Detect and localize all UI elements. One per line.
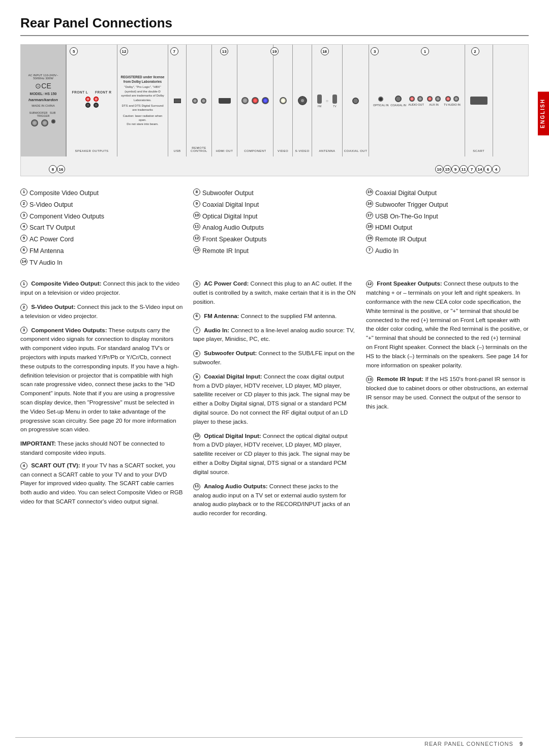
num-7: 7	[366, 246, 373, 254]
bottom-callout-row: 8 16 10 15 9 11 7 14 6 4	[21, 165, 528, 173]
component-label-9: Coaxial Digital Input	[202, 200, 259, 210]
desc-7: 7 Audio In: Connect to a line-level anal…	[193, 326, 356, 344]
component-item-2: 2 S-Video Output	[20, 200, 183, 210]
callout-15: 15	[443, 165, 451, 173]
num-4: 4	[20, 223, 27, 230]
component-label-2: S-Video Output	[29, 200, 73, 210]
desc-3: 3 Component Video Outputs: These outputs…	[20, 326, 183, 435]
desc-13: 13 Remote IR Input: If the HS 150's fron…	[366, 375, 529, 411]
hdmi-label: HDMI OUT	[216, 149, 233, 152]
component-item-6: 6 FM Antenna	[20, 246, 183, 256]
callout-16: 16	[57, 165, 65, 173]
desc-bold-10: Optical Digital Input:	[204, 433, 261, 439]
num-9: 9	[193, 200, 200, 207]
english-tab: ENGLISH	[538, 91, 549, 135]
callout-11: 11	[460, 165, 468, 173]
cert-label-group: REGISTERED under license from Dolby Labo…	[117, 45, 168, 156]
desc-5: 5 AC Power Cord: Connect this plug to an…	[193, 279, 356, 306]
model-label: MODEL: HS 150	[30, 92, 57, 96]
component-label-14: TV Audio In	[29, 258, 63, 268]
desc-num-12: 12	[366, 280, 373, 288]
hdmi-group: HDMI OUT	[212, 45, 237, 156]
desc-bold-4: SCART OUT (TV):	[31, 462, 80, 468]
component-label-10: Optical Digital Input	[202, 212, 257, 222]
jacks-row: AC INPUT 110-240V~50/60Hz 300W ⊙CE MODEL…	[21, 45, 528, 156]
callout-4: 4	[492, 165, 500, 173]
hdmi-port	[219, 98, 231, 104]
component-group: COMPONENT	[237, 45, 273, 156]
digital-audio-group: OPTICAL IN COAXIAL IN AUDIO OUT	[369, 45, 465, 156]
component-label-11: Analog Audio Outputs	[202, 223, 264, 233]
desc-num-9: 9	[193, 373, 200, 381]
desc-text-12: Connect these outputs to the matching + …	[366, 280, 529, 368]
component-label-3: Component Video Outputs	[29, 212, 104, 222]
component-label-13: Remote IR Input	[202, 246, 249, 256]
components-list: 1 Composite Video Output 8 Subwoofer Out…	[20, 185, 529, 270]
component-label-17: USB On-The-Go Input	[375, 212, 438, 222]
num-17: 17	[366, 212, 373, 219]
component-label-1: Composite Video Output	[29, 188, 99, 198]
scart-group: SCART	[465, 45, 493, 156]
desc-col-2: 5 AC Power Cord: Connect this plug to an…	[193, 279, 356, 523]
coaxial-out-group: COAXIAL OUT	[343, 45, 369, 156]
desc-text-4: If your TV has a SCART socket, you can c…	[20, 462, 182, 505]
component-label-15: Coaxial Digital Output	[375, 188, 437, 198]
desc-col-3: 12 Front Speaker Outputs: Connect these …	[366, 279, 529, 523]
coaxial-out-label: COAXIAL OUT	[344, 149, 368, 152]
desc-text-9: Connect the coax digital output from a D…	[193, 373, 350, 425]
fm-antenna-port	[317, 94, 322, 104]
left-info-panel: AC INPUT 110-240V~50/60Hz 300W ⊙CE MODEL…	[21, 45, 67, 156]
desc-text-6: Connect to the supplied FM antenna.	[241, 313, 337, 319]
scart-port	[470, 97, 487, 105]
component-item-11: 11 Analog Audio Outputs	[193, 223, 356, 233]
desc-num-5: 5	[193, 280, 200, 288]
desc-bold-1: Composite Video Output:	[31, 280, 101, 287]
desc-bold-8: Subwoofer Output:	[204, 350, 257, 356]
callout-9: 9	[451, 165, 460, 173]
component-item-14: 14 TV Audio In	[20, 258, 183, 268]
num-3: 3	[20, 212, 27, 219]
num-8: 8	[193, 188, 200, 196]
brand-label: harman/kardon	[28, 98, 58, 102]
antenna-label: ANTENNA	[319, 149, 335, 152]
antenna-group: FM ○ TV ANTENNA	[312, 45, 343, 156]
component-label-19: Remote IR Output	[375, 235, 426, 244]
component-item-8: 8 Subwoofer Output	[193, 188, 356, 198]
desc-num-13: 13	[366, 376, 373, 383]
video-group: VIDEO	[273, 45, 293, 156]
desc-num-7: 7	[193, 327, 200, 334]
desc-6: 6 FM Antenna: Connect to the supplied FM…	[193, 312, 356, 321]
desc-bold-12: Front Speaker Outputs:	[377, 280, 442, 287]
num-15: 15	[366, 188, 373, 196]
coaxial-out-port	[352, 98, 359, 104]
component-item-9: 9 Coaxial Digital Input	[193, 200, 356, 210]
component-label-6: FM Antenna	[29, 246, 64, 256]
component-item-1: 1 Composite Video Output	[20, 188, 183, 198]
num-10: 10	[193, 212, 200, 219]
desc-important: IMPORTANT: These jacks should NOT be con…	[20, 439, 183, 457]
desc-num-4: 4	[20, 462, 27, 469]
callout-7b: 7	[468, 165, 476, 173]
desc-num-11: 11	[193, 483, 200, 490]
component-label-4: Scart TV Output	[29, 223, 75, 233]
desc-1: 1 Composite Video Output: Connect this j…	[20, 279, 183, 298]
content-area: Rear Panel Connections AC INPUT 110-240V…	[15, 0, 534, 559]
footer-page: 9	[520, 741, 523, 747]
component-label: COMPONENT	[244, 149, 266, 152]
usb-port	[174, 99, 181, 103]
component-label-16: Subwoofer Trigger Output	[375, 200, 448, 210]
usb-group: USB	[168, 45, 187, 156]
desc-num-10: 10	[193, 433, 200, 440]
scart-label: SCART	[473, 149, 484, 152]
component-label-18: HDMI Output	[375, 223, 412, 233]
video-label: VIDEO	[278, 149, 288, 152]
remote-control-group: REMOTECONTROL	[187, 45, 212, 156]
num-5: 5	[20, 235, 27, 242]
num-1: 1	[20, 188, 27, 196]
speaker-outputs-label: SPEAKER OUTPUTS	[75, 149, 108, 152]
component-item-15: 15 Coaxial Digital Output	[366, 188, 529, 198]
speaker-outputs-group: FRONT L FRONT R SPEAKER OUTPUTS	[67, 45, 117, 156]
desc-bold-9: Coaxial Digital Input:	[204, 373, 262, 380]
component-item-13: 13 Remote IR Input	[193, 246, 356, 256]
component-item-5: 5 AC Power Cord	[20, 235, 183, 244]
